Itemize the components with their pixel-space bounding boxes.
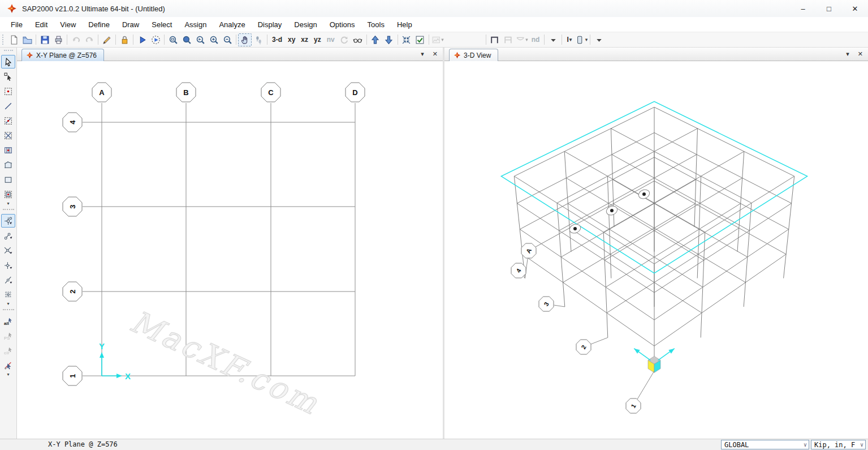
print-button[interactable] bbox=[51, 33, 65, 46]
clear-selection-button[interactable]: clr bbox=[1, 344, 15, 357]
plan-view-canvas[interactable]: ABCD4321YX bbox=[17, 61, 443, 439]
menu-help[interactable]: Help bbox=[391, 18, 418, 31]
select-all-button[interactable]: all bbox=[1, 314, 15, 328]
run-all-button[interactable] bbox=[149, 33, 162, 46]
view-yz-button[interactable]: yz bbox=[311, 33, 324, 46]
save-button[interactable] bbox=[38, 33, 51, 46]
refresh-window-button[interactable] bbox=[100, 33, 114, 46]
pan-button[interactable] bbox=[238, 33, 252, 46]
draw-frame-tool[interactable] bbox=[1, 99, 15, 113]
reshape-tool[interactable] bbox=[1, 70, 15, 83]
plan-panel-menu-caret[interactable]: ▾ bbox=[421, 50, 424, 58]
plan-panel-close-icon[interactable]: ✕ bbox=[433, 50, 438, 58]
quick-draw-load-dropdown[interactable]: ▾ bbox=[515, 33, 529, 46]
toolbar-grip[interactable] bbox=[2, 35, 5, 45]
move-down-in-list-icon bbox=[384, 35, 394, 45]
previous-selection-button[interactable]: PS bbox=[1, 329, 15, 342]
sidebar-grip[interactable] bbox=[4, 50, 13, 53]
frame-section-dropdown[interactable]: I▾ bbox=[564, 33, 575, 46]
open-file-button[interactable] bbox=[20, 33, 34, 46]
new-model-button[interactable] bbox=[7, 33, 20, 46]
restore-full-view-button[interactable] bbox=[180, 33, 193, 46]
sidebar-separator bbox=[3, 209, 14, 212]
menu-analyze[interactable]: Analyze bbox=[213, 18, 251, 31]
draw-special-joint-tool[interactable] bbox=[1, 84, 15, 98]
quick-draw-secondary-beams-tool[interactable] bbox=[1, 143, 15, 157]
x-axis-label: X bbox=[125, 371, 131, 381]
rubber-band-zoom-button[interactable] bbox=[166, 33, 180, 46]
object-shrink-toggle-button[interactable] bbox=[400, 33, 413, 46]
menu-file[interactable]: File bbox=[5, 18, 29, 31]
snap-to-perpendicular-tool[interactable] bbox=[1, 258, 15, 272]
zoom-in-button[interactable] bbox=[207, 33, 221, 46]
grid-bubble-label-D: D bbox=[352, 88, 357, 97]
menu-display[interactable]: Display bbox=[252, 18, 288, 31]
dropdown-caret-icon: ▾ bbox=[569, 37, 572, 42]
snap-to-intersections-tool[interactable] bbox=[1, 243, 15, 257]
menu-draw[interactable]: Draw bbox=[116, 18, 145, 31]
snap-to-midpoints-tool[interactable] bbox=[1, 229, 15, 242]
tab-xy-plane-label: X-Y Plane @ Z=576 bbox=[36, 52, 97, 59]
more-views-dropdown[interactable] bbox=[546, 33, 560, 46]
tab-xy-plane[interactable]: X-Y Plane @ Z=576 bbox=[21, 49, 104, 61]
redo-button[interactable] bbox=[83, 33, 96, 46]
run-analysis-button[interactable] bbox=[135, 33, 149, 46]
quick-draw-frame-portal-button[interactable] bbox=[488, 33, 502, 46]
quick-draw-frame-tool[interactable] bbox=[1, 114, 15, 127]
close-button[interactable]: ✕ bbox=[842, 0, 868, 17]
quick-draw-braced-frame-button[interactable] bbox=[502, 33, 515, 46]
tab-3d-view[interactable]: 3-D View bbox=[449, 49, 498, 61]
select-pointer-tool[interactable] bbox=[1, 55, 15, 68]
draw-rect-area-tool[interactable] bbox=[1, 173, 15, 186]
rotate-3d-view-button[interactable] bbox=[338, 33, 351, 46]
move-down-in-list-button[interactable] bbox=[382, 33, 396, 46]
assign-display-dropdown[interactable]: ▾ bbox=[431, 33, 444, 46]
quick-draw-braces-tool[interactable] bbox=[1, 128, 15, 142]
view-3d-button[interactable]: 3-d bbox=[269, 33, 285, 46]
menu-define[interactable]: Define bbox=[82, 18, 116, 31]
view-3d-panel-header: 3-D View ▾ ✕ bbox=[444, 48, 868, 61]
undo-button[interactable] bbox=[69, 33, 83, 46]
snap-to-joints-tool[interactable] bbox=[1, 214, 15, 228]
menu-assign[interactable]: Assign bbox=[178, 18, 213, 31]
menu-options[interactable]: Options bbox=[323, 18, 361, 31]
zoom-out-button[interactable] bbox=[221, 33, 234, 46]
view-3d-panel-menu-caret[interactable]: ▾ bbox=[846, 50, 849, 58]
nd-view-button[interactable]: nd bbox=[529, 33, 543, 46]
units-select[interactable]: Kip, in, F ∨ bbox=[811, 440, 866, 449]
coordinate-system-select[interactable]: GLOBAL ∨ bbox=[721, 440, 809, 449]
set-display-options-button[interactable] bbox=[413, 33, 427, 46]
deselect-lines-button-dropdown-caret[interactable]: ▾ bbox=[7, 372, 9, 378]
snap-to-lines-tool[interactable] bbox=[1, 273, 15, 286]
more-sections-dropdown[interactable] bbox=[592, 33, 606, 46]
menu-select[interactable]: Select bbox=[145, 18, 178, 31]
minimize-button[interactable]: – bbox=[790, 0, 816, 17]
menu-design[interactable]: Design bbox=[288, 18, 323, 31]
walkthrough-button[interactable] bbox=[252, 33, 265, 46]
snap-to-grid-tool[interactable] bbox=[1, 288, 15, 301]
menu-view[interactable]: View bbox=[54, 18, 82, 31]
lock-model-button[interactable] bbox=[118, 33, 131, 46]
snap-to-grid-tool-dropdown-caret[interactable]: ▾ bbox=[7, 302, 9, 307]
area-section-dropdown[interactable]: ▾ bbox=[575, 33, 588, 46]
view-xz-button[interactable]: xz bbox=[298, 33, 311, 46]
view-3d-canvas[interactable]: A4321 bbox=[444, 61, 868, 439]
quick-draw-area-tool-dropdown-caret[interactable]: ▾ bbox=[7, 202, 9, 207]
draw-poly-area-tool[interactable] bbox=[1, 158, 15, 172]
toolbar-separator bbox=[133, 35, 133, 45]
view-xy-button[interactable]: xy bbox=[285, 33, 298, 46]
maximize-button[interactable]: □ bbox=[816, 0, 842, 17]
quick-draw-braces-icon bbox=[3, 131, 13, 140]
quick-draw-area-tool[interactable] bbox=[1, 187, 15, 201]
menu-tools[interactable]: Tools bbox=[361, 18, 391, 31]
deselect-lines-button[interactable] bbox=[1, 358, 15, 372]
snap-to-perpendicular-icon bbox=[3, 260, 13, 270]
quick-draw-frame-icon bbox=[3, 116, 13, 126]
view-nv-button[interactable]: nv bbox=[324, 33, 338, 46]
move-up-in-list-button[interactable] bbox=[369, 33, 382, 46]
view-3d-panel-close-icon[interactable]: ✕ bbox=[858, 50, 863, 58]
menu-edit[interactable]: Edit bbox=[29, 18, 54, 31]
rotate-3d-view-icon bbox=[339, 35, 349, 45]
perspective-toggle-button[interactable] bbox=[351, 33, 365, 46]
previous-zoom-button[interactable] bbox=[193, 33, 207, 46]
